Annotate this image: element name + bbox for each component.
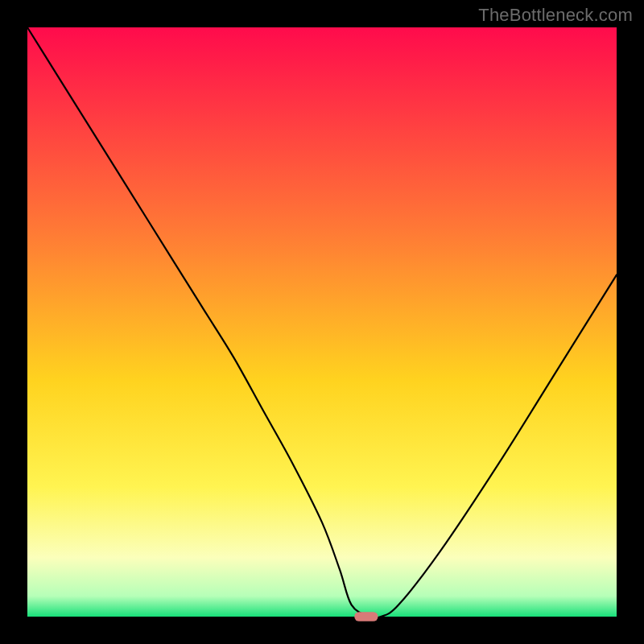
optimal-marker [354,612,378,621]
bottleneck-chart [0,0,644,644]
watermark-text: TheBottleneck.com [478,5,633,26]
chart-container: TheBottleneck.com [0,0,644,644]
plot-background [27,27,617,617]
